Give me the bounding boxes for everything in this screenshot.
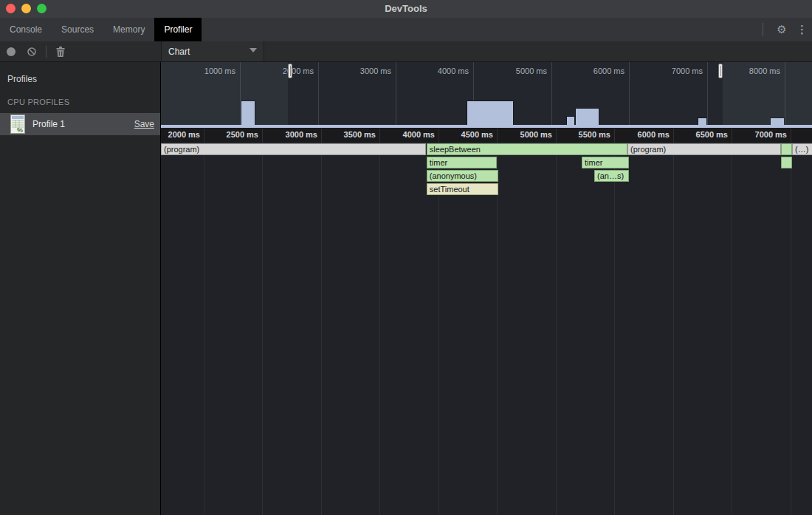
sidebar-heading: Profiles xyxy=(7,74,37,84)
timeline-gridline xyxy=(556,129,557,515)
overview-cpu-bar xyxy=(467,100,514,125)
overview-unselected-region xyxy=(161,62,288,125)
profile-save-link[interactable]: Save xyxy=(134,119,154,129)
timeline-gridline xyxy=(379,129,380,515)
overview-axis-label: 5000 ms xyxy=(492,66,547,76)
timeline-gridline xyxy=(732,129,732,515)
overview-gridline xyxy=(629,62,630,125)
view-mode-value: Chart xyxy=(168,47,190,57)
profiler-toolbar: Chart xyxy=(0,41,812,62)
flame-bar-timer[interactable]: timer xyxy=(427,157,497,168)
trash-icon[interactable] xyxy=(55,46,66,58)
tab-memory[interactable]: Memory xyxy=(103,18,154,41)
ruler-tick-label: 2500 ms xyxy=(199,130,258,140)
timeline-overview[interactable]: 1000 ms2000 ms3000 ms4000 ms5000 ms6000 … xyxy=(161,62,812,128)
flame-bar-anonymous[interactable]: (an…s) xyxy=(594,170,629,182)
profile-list-item[interactable]: % Profile 1 Save xyxy=(0,113,160,135)
flame-bar-program[interactable]: (…) xyxy=(792,143,812,155)
flame-bar-program[interactable]: (program) xyxy=(627,143,781,155)
flame-bar-program[interactable]: (program) xyxy=(161,143,426,155)
toolbar-divider xyxy=(46,46,47,58)
ruler-tick-label: 6000 ms xyxy=(610,130,670,140)
ruler-tick-label: 5000 ms xyxy=(493,130,552,140)
profiles-sidebar: Profiles CPU PROFILES % Profile 1 Save xyxy=(0,62,161,515)
overflow-menu-icon[interactable]: ⋮ xyxy=(793,23,812,36)
timeline-gridline xyxy=(204,129,204,515)
tab-sources[interactable]: Sources xyxy=(52,18,103,41)
timeline-gridline xyxy=(321,129,322,515)
ruler-tick-label: 4500 ms xyxy=(434,130,493,140)
profile-document-icon: % xyxy=(10,115,25,134)
timeline-gridline xyxy=(673,129,674,515)
profile-name: Profile 1 xyxy=(32,119,134,129)
window-title: DevTools xyxy=(0,3,812,14)
ruler-tick-label: 2000 ms xyxy=(161,130,200,140)
tab-bar: ConsoleSourcesMemoryProfiler ⚙ ⋮ xyxy=(0,18,812,41)
view-mode-select[interactable]: Chart xyxy=(161,41,264,61)
toolbar-divider xyxy=(763,23,763,36)
flame-bar-anonymous[interactable]: (anonymous) xyxy=(427,170,498,182)
timeline-gridline xyxy=(262,129,263,515)
timeline-gridline xyxy=(791,129,791,515)
flame-bar-sleepbetween[interactable] xyxy=(781,143,792,155)
ruler-tick-label: 5500 ms xyxy=(551,130,610,140)
ruler-tick-label: 3500 ms xyxy=(317,130,376,140)
flame-bar-sleepbetween[interactable]: sleepBetween xyxy=(427,143,627,155)
overview-left-handle[interactable] xyxy=(288,64,292,78)
flame-bar-timer[interactable] xyxy=(781,157,792,168)
overview-cpu-bar xyxy=(575,108,599,125)
gear-icon[interactable]: ⚙ xyxy=(771,23,793,36)
record-icon[interactable] xyxy=(7,47,16,56)
ruler-tick-label: 3000 ms xyxy=(258,130,317,140)
overview-gridline xyxy=(707,62,708,125)
flame-chart-pane: 1000 ms2000 ms3000 ms4000 ms5000 ms6000 … xyxy=(161,62,812,515)
tab-profiler[interactable]: Profiler xyxy=(154,18,202,41)
overview-axis-label: 4000 ms xyxy=(414,66,469,76)
overview-right-handle[interactable] xyxy=(718,64,723,78)
overview-axis-label: 6000 ms xyxy=(570,66,625,76)
ruler-tick-label: 7500 ms xyxy=(786,130,812,140)
overview-gridline xyxy=(318,62,319,125)
svg-text:%: % xyxy=(17,126,23,134)
ruler-tick-label: 7000 ms xyxy=(728,130,787,140)
ruler-tick-label: 6500 ms xyxy=(669,130,728,140)
tab-console[interactable]: Console xyxy=(0,18,52,41)
ruler-tick-label: 4000 ms xyxy=(376,130,435,140)
overview-unselected-region xyxy=(723,62,812,125)
overview-cpu-bar xyxy=(566,116,575,125)
flame-bar-settimeout[interactable]: setTimeout xyxy=(427,183,498,195)
title-bar: DevTools xyxy=(0,0,812,18)
overview-gridline xyxy=(551,62,552,125)
timeline-gridline xyxy=(614,129,615,515)
flame-bar-timer[interactable]: timer xyxy=(582,157,629,168)
overview-axis-label: 3000 ms xyxy=(337,66,391,76)
overview-cpu-bar xyxy=(698,117,707,125)
overview-gridline xyxy=(396,62,396,125)
clear-icon[interactable] xyxy=(27,47,36,56)
chevron-down-icon xyxy=(250,48,257,52)
sidebar-group-label: CPU PROFILES xyxy=(7,98,69,106)
overview-axis-label: 7000 ms xyxy=(648,66,703,76)
